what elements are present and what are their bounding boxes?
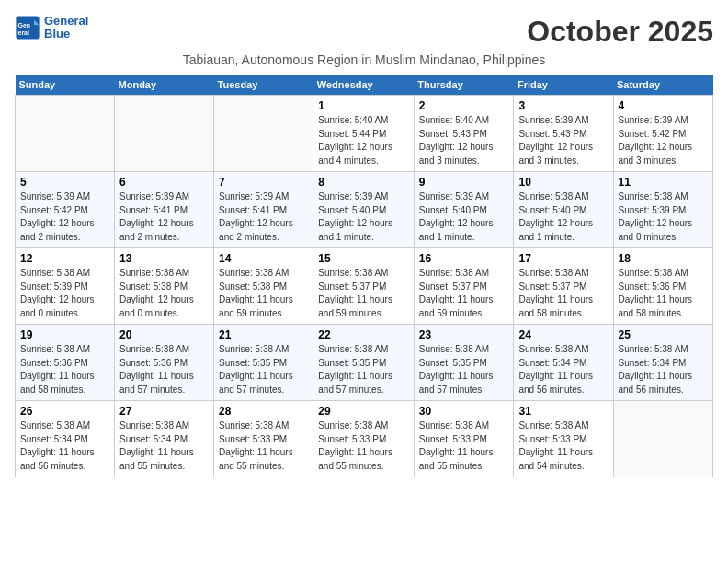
- calendar-cell: 28Sunrise: 5:38 AM Sunset: 5:33 PM Dayli…: [214, 401, 313, 477]
- day-number: 3: [518, 99, 608, 112]
- day-number: 1: [318, 99, 409, 112]
- day-info: Sunrise: 5:38 AM Sunset: 5:34 PM Dayligh…: [119, 419, 209, 473]
- calendar-cell: 26Sunrise: 5:38 AM Sunset: 5:34 PM Dayli…: [16, 401, 115, 477]
- calendar-cell: [115, 96, 214, 172]
- calendar-week-3: 12Sunrise: 5:38 AM Sunset: 5:39 PM Dayli…: [16, 248, 713, 325]
- day-number: 8: [318, 176, 409, 189]
- calendar-cell: 17Sunrise: 5:38 AM Sunset: 5:37 PM Dayli…: [514, 248, 613, 325]
- day-number: 24: [518, 328, 608, 341]
- calendar-table: SundayMondayTuesdayWednesdayThursdayFrid…: [15, 75, 713, 477]
- logo-icon: Gen eral: [15, 15, 40, 40]
- day-info: Sunrise: 5:38 AM Sunset: 5:36 PM Dayligh…: [20, 343, 109, 396]
- day-info: Sunrise: 5:40 AM Sunset: 5:43 PM Dayligh…: [419, 114, 509, 167]
- day-info: Sunrise: 5:39 AM Sunset: 5:40 PM Dayligh…: [419, 190, 509, 244]
- calendar-header: SundayMondayTuesdayWednesdayThursdayFrid…: [16, 75, 713, 96]
- calendar-cell: [214, 96, 313, 172]
- day-info: Sunrise: 5:38 AM Sunset: 5:37 PM Dayligh…: [419, 267, 509, 320]
- day-info: Sunrise: 5:39 AM Sunset: 5:41 PM Dayligh…: [219, 190, 308, 244]
- calendar-cell: 22Sunrise: 5:38 AM Sunset: 5:35 PM Dayli…: [313, 325, 415, 401]
- day-number: 21: [219, 328, 308, 341]
- calendar-cell: 20Sunrise: 5:38 AM Sunset: 5:36 PM Dayli…: [115, 325, 214, 401]
- calendar-cell: 24Sunrise: 5:38 AM Sunset: 5:34 PM Dayli…: [514, 325, 613, 401]
- calendar-cell: 5Sunrise: 5:39 AM Sunset: 5:42 PM Daylig…: [16, 172, 115, 248]
- day-number: 13: [119, 252, 209, 265]
- day-info: Sunrise: 5:38 AM Sunset: 5:34 PM Dayligh…: [518, 343, 608, 396]
- page-subtitle: Tabiauan, Autonomous Region in Muslim Mi…: [15, 52, 713, 67]
- day-info: Sunrise: 5:39 AM Sunset: 5:41 PM Dayligh…: [119, 190, 209, 244]
- day-number: 7: [219, 176, 308, 189]
- calendar-cell: 16Sunrise: 5:38 AM Sunset: 5:37 PM Dayli…: [414, 248, 514, 325]
- calendar-cell: 2Sunrise: 5:40 AM Sunset: 5:43 PM Daylig…: [414, 96, 514, 172]
- calendar-cell: 4Sunrise: 5:39 AM Sunset: 5:42 PM Daylig…: [613, 96, 713, 172]
- day-info: Sunrise: 5:38 AM Sunset: 5:38 PM Dayligh…: [119, 267, 209, 320]
- svg-text:Gen: Gen: [18, 22, 31, 29]
- calendar-cell: 29Sunrise: 5:38 AM Sunset: 5:33 PM Dayli…: [313, 401, 415, 477]
- calendar-cell: 21Sunrise: 5:38 AM Sunset: 5:35 PM Dayli…: [214, 325, 313, 401]
- day-info: Sunrise: 5:38 AM Sunset: 5:33 PM Dayligh…: [518, 419, 608, 473]
- day-info: Sunrise: 5:38 AM Sunset: 5:35 PM Dayligh…: [318, 343, 409, 396]
- day-info: Sunrise: 5:38 AM Sunset: 5:35 PM Dayligh…: [419, 343, 509, 396]
- calendar-cell: 14Sunrise: 5:38 AM Sunset: 5:38 PM Dayli…: [214, 248, 313, 325]
- calendar-cell: [16, 96, 115, 172]
- calendar-cell: 3Sunrise: 5:39 AM Sunset: 5:43 PM Daylig…: [514, 96, 613, 172]
- header-saturday: Saturday: [613, 75, 713, 96]
- calendar-cell: 6Sunrise: 5:39 AM Sunset: 5:41 PM Daylig…: [115, 172, 214, 248]
- calendar-cell: 23Sunrise: 5:38 AM Sunset: 5:35 PM Dayli…: [414, 325, 514, 401]
- day-info: Sunrise: 5:38 AM Sunset: 5:36 PM Dayligh…: [619, 267, 709, 320]
- day-number: 12: [20, 252, 109, 265]
- calendar-cell: 12Sunrise: 5:38 AM Sunset: 5:39 PM Dayli…: [16, 248, 115, 325]
- day-info: Sunrise: 5:38 AM Sunset: 5:35 PM Dayligh…: [219, 343, 308, 396]
- day-number: 4: [619, 99, 709, 112]
- page-title: October 2025: [527, 15, 713, 49]
- header-friday: Friday: [514, 75, 613, 96]
- calendar-week-2: 5Sunrise: 5:39 AM Sunset: 5:42 PM Daylig…: [16, 172, 713, 248]
- day-number: 6: [119, 176, 209, 189]
- day-number: 25: [619, 328, 709, 341]
- calendar-week-1: 1Sunrise: 5:40 AM Sunset: 5:44 PM Daylig…: [16, 96, 713, 172]
- svg-text:eral: eral: [18, 30, 30, 37]
- calendar-cell: 18Sunrise: 5:38 AM Sunset: 5:36 PM Dayli…: [613, 248, 713, 325]
- calendar-cell: 10Sunrise: 5:38 AM Sunset: 5:40 PM Dayli…: [514, 172, 613, 248]
- day-info: Sunrise: 5:38 AM Sunset: 5:37 PM Dayligh…: [318, 267, 409, 320]
- calendar-cell: 9Sunrise: 5:39 AM Sunset: 5:40 PM Daylig…: [414, 172, 514, 248]
- header-thursday: Thursday: [414, 75, 514, 96]
- calendar-cell: [613, 401, 713, 477]
- calendar-cell: 19Sunrise: 5:38 AM Sunset: 5:36 PM Dayli…: [16, 325, 115, 401]
- header-tuesday: Tuesday: [214, 75, 313, 96]
- day-number: 20: [119, 328, 209, 341]
- logo: Gen eral General Blue: [15, 15, 88, 41]
- day-info: Sunrise: 5:38 AM Sunset: 5:33 PM Dayligh…: [219, 419, 308, 473]
- day-info: Sunrise: 5:38 AM Sunset: 5:36 PM Dayligh…: [119, 343, 209, 396]
- day-number: 15: [318, 252, 409, 265]
- calendar-cell: 31Sunrise: 5:38 AM Sunset: 5:33 PM Dayli…: [514, 401, 613, 477]
- day-number: 31: [518, 405, 608, 418]
- calendar-cell: 30Sunrise: 5:38 AM Sunset: 5:33 PM Dayli…: [414, 401, 514, 477]
- header-monday: Monday: [115, 75, 214, 96]
- calendar-cell: 27Sunrise: 5:38 AM Sunset: 5:34 PM Dayli…: [115, 401, 214, 477]
- day-info: Sunrise: 5:39 AM Sunset: 5:42 PM Dayligh…: [619, 114, 709, 167]
- day-number: 10: [518, 176, 608, 189]
- calendar-cell: 11Sunrise: 5:38 AM Sunset: 5:39 PM Dayli…: [613, 172, 713, 248]
- day-number: 18: [619, 252, 709, 265]
- day-number: 29: [318, 405, 409, 418]
- day-number: 22: [318, 328, 409, 341]
- calendar-cell: 15Sunrise: 5:38 AM Sunset: 5:37 PM Dayli…: [313, 248, 415, 325]
- day-info: Sunrise: 5:38 AM Sunset: 5:38 PM Dayligh…: [219, 267, 308, 320]
- day-number: 30: [419, 405, 509, 418]
- calendar-cell: 13Sunrise: 5:38 AM Sunset: 5:38 PM Dayli…: [115, 248, 214, 325]
- header-wednesday: Wednesday: [313, 75, 415, 96]
- day-info: Sunrise: 5:39 AM Sunset: 5:40 PM Dayligh…: [318, 190, 409, 244]
- day-number: 27: [119, 405, 209, 418]
- day-info: Sunrise: 5:38 AM Sunset: 5:34 PM Dayligh…: [20, 419, 109, 473]
- calendar-week-4: 19Sunrise: 5:38 AM Sunset: 5:36 PM Dayli…: [16, 325, 713, 401]
- day-info: Sunrise: 5:38 AM Sunset: 5:39 PM Dayligh…: [619, 190, 709, 244]
- header-sunday: Sunday: [16, 75, 115, 96]
- day-info: Sunrise: 5:39 AM Sunset: 5:42 PM Dayligh…: [20, 190, 109, 244]
- day-info: Sunrise: 5:38 AM Sunset: 5:37 PM Dayligh…: [518, 267, 608, 320]
- calendar-cell: 25Sunrise: 5:38 AM Sunset: 5:34 PM Dayli…: [613, 325, 713, 401]
- day-number: 23: [419, 328, 509, 341]
- day-number: 19: [20, 328, 109, 341]
- day-info: Sunrise: 5:38 AM Sunset: 5:33 PM Dayligh…: [419, 419, 509, 473]
- calendar-cell: 7Sunrise: 5:39 AM Sunset: 5:41 PM Daylig…: [214, 172, 313, 248]
- day-number: 28: [219, 405, 308, 418]
